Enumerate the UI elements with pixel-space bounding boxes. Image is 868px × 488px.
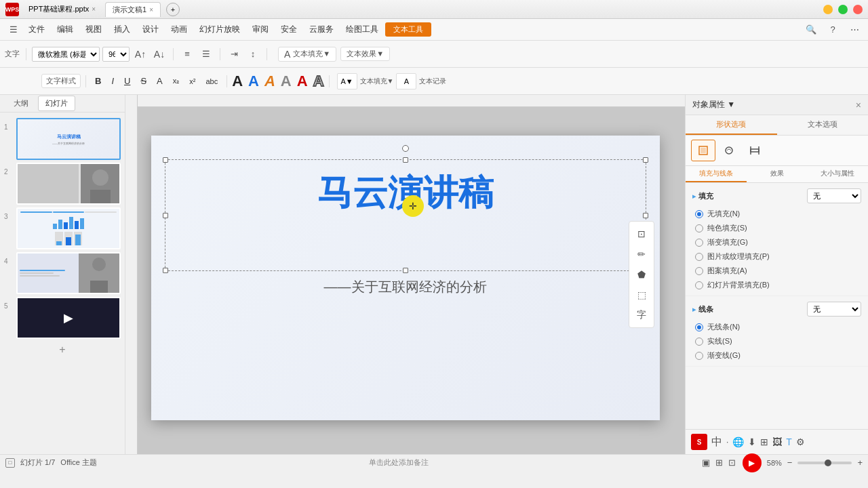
slide-thumb-2[interactable]: 2 — [3, 161, 122, 206]
zoom-in-btn[interactable]: + — [857, 458, 863, 468]
slide-thumb-1[interactable]: 1 马云演讲稿 ——关于互联网经济的分析 — [3, 117, 122, 161]
settings-tool[interactable]: ⚙ — [796, 436, 805, 447]
float-copy-btn[interactable]: ⊡ — [632, 224, 651, 243]
table-tool[interactable]: ⊞ — [760, 436, 768, 447]
format-a-blue[interactable]: A — [248, 74, 259, 89]
underline-btn[interactable]: U — [120, 74, 134, 88]
clear-format-btn[interactable]: abc — [201, 75, 222, 87]
handle-tl[interactable] — [163, 157, 168, 163]
effects-label[interactable]: 效果 — [747, 166, 808, 182]
app-menu-icon[interactable]: ☰ — [5, 22, 22, 38]
menu-security[interactable]: 安全 — [275, 21, 302, 38]
line-spacing[interactable]: ↕ — [245, 46, 261, 62]
float-edit-btn[interactable]: ✏ — [632, 245, 651, 264]
italic-btn[interactable]: I — [107, 74, 118, 88]
outline-tab[interactable]: 大纲 — [7, 96, 35, 110]
slide-bg-option[interactable]: 幻灯片背景填充(B) — [695, 280, 861, 290]
menu-slideshow[interactable]: 幻灯片放映 — [194, 21, 245, 38]
handle-bl[interactable] — [163, 268, 168, 273]
size-label[interactable]: 大小与属性 — [807, 166, 868, 182]
slide-preview-4[interactable] — [16, 252, 121, 294]
font-color-btn[interactable]: A — [153, 74, 167, 88]
pattern-fill-radio[interactable] — [695, 267, 703, 275]
format-a-orange[interactable]: A — [264, 74, 275, 89]
close-btn[interactable] — [853, 5, 863, 14]
handle-tr[interactable] — [643, 157, 648, 163]
no-fill-radio[interactable] — [695, 210, 703, 218]
font-size-decrease[interactable]: A↓ — [151, 46, 167, 62]
handle-tm[interactable] — [403, 157, 408, 163]
menu-edit[interactable]: 编辑 — [52, 21, 79, 38]
no-line-radio[interactable] — [695, 323, 703, 331]
dot-tool[interactable]: · — [726, 437, 728, 447]
fill-line-label[interactable]: 填充与线条 — [686, 166, 747, 182]
subscript-tool[interactable]: 中 — [711, 435, 722, 449]
image-tool[interactable]: 🖼 — [772, 436, 782, 447]
help-btn[interactable]: ? — [825, 22, 841, 38]
float-text-btn[interactable]: 字 — [632, 306, 651, 325]
menu-animation[interactable]: 动画 — [165, 21, 193, 38]
gradient-line-option[interactable]: 渐变线(G) — [695, 350, 861, 361]
outline-view-btn[interactable]: ⊡ — [727, 456, 737, 469]
search-btn[interactable]: 🔍 — [803, 22, 819, 38]
pattern-fill-option[interactable]: 图案填充(A) — [695, 266, 861, 276]
play-btn[interactable]: ▶ — [743, 453, 762, 472]
fill-line-tab[interactable] — [691, 140, 715, 161]
gradient-fill-radio[interactable] — [695, 239, 703, 247]
float-shape-btn[interactable]: ⬟ — [632, 265, 651, 284]
no-fill-option[interactable]: 无填充(N) — [695, 209, 861, 219]
align-icons[interactable]: ≡ — [179, 46, 195, 62]
menu-design[interactable]: 设计 — [137, 21, 164, 38]
menu-draw-tools[interactable]: 绘图工具 — [340, 21, 384, 38]
format-a-gray[interactable]: A — [281, 74, 292, 89]
indent-icons[interactable]: ⇥ — [226, 46, 242, 62]
text-tool-active[interactable]: 文本工具 — [385, 22, 431, 37]
slide-preview-1[interactable]: 马云演讲稿 ——关于互联网经济的分析 — [16, 118, 121, 160]
gradient-line-radio[interactable] — [695, 352, 703, 360]
text-options-tab[interactable]: 文本选项 — [777, 115, 869, 135]
slide-preview-3[interactable] — [16, 207, 121, 249]
solid-fill-option[interactable]: 纯色填充(S) — [695, 223, 861, 233]
strikethrough-btn[interactable]: S — [136, 74, 151, 88]
more-btn[interactable]: ⋯ — [846, 22, 863, 38]
tab-ppt-course-close[interactable]: × — [92, 5, 96, 13]
globe-tool[interactable]: 🌐 — [732, 436, 744, 447]
fill-dropdown[interactable]: 无 — [807, 188, 861, 203]
tab-presentation[interactable]: 演示文稿1 × — [105, 2, 161, 17]
right-panel-close-btn[interactable]: × — [856, 100, 861, 110]
text-record-btn[interactable]: A — [396, 73, 416, 89]
menu-file[interactable]: 文件 — [23, 21, 50, 38]
zoom-slider[interactable] — [797, 462, 852, 464]
normal-view-btn[interactable]: ▣ — [701, 456, 711, 469]
download-tool[interactable]: ⬇ — [748, 436, 756, 447]
zoom-thumb[interactable] — [825, 460, 831, 466]
subscript-btn[interactable]: x₂ — [169, 75, 184, 87]
menu-cloud[interactable]: 云服务 — [304, 21, 339, 38]
shape-options-tab[interactable]: 形状选项 — [686, 115, 777, 135]
effects-tab[interactable] — [717, 140, 741, 161]
superscript-btn[interactable]: x² — [185, 75, 199, 87]
slide-preview-2[interactable] — [16, 163, 121, 205]
tab-presentation-close[interactable]: × — [149, 6, 153, 14]
bold-btn[interactable]: B — [91, 74, 105, 88]
font-size-increase[interactable]: A↑ — [132, 46, 149, 62]
slide-thumb-3[interactable]: 3 — [3, 206, 122, 251]
slide-thumb-5[interactable]: 5 ▶ — [3, 296, 122, 340]
maximize-btn[interactable] — [838, 5, 848, 14]
menu-view[interactable]: 视图 — [80, 21, 107, 38]
picture-fill-option[interactable]: 图片或纹理填充(P) — [695, 251, 861, 262]
gradient-fill-option[interactable]: 渐变填充(G) — [695, 237, 861, 247]
add-slide-btn[interactable]: + — [52, 343, 73, 357]
solid-line-radio[interactable] — [695, 338, 703, 346]
new-tab-btn[interactable]: + — [166, 3, 180, 16]
slide-thumb-4[interactable]: 4 — [3, 251, 122, 296]
slide-bg-radio[interactable] — [695, 281, 703, 289]
picture-fill-radio[interactable] — [695, 253, 703, 261]
rotate-handle[interactable] — [402, 145, 409, 152]
format-a-black[interactable]: A — [232, 74, 243, 89]
list-icons[interactable]: ☰ — [198, 46, 214, 62]
text-fill-btn[interactable]: A▼ — [337, 73, 357, 89]
no-line-option[interactable]: 无线条(N) — [695, 322, 861, 332]
tab-ppt-course[interactable]: PPT基础课程.pptx × — [22, 2, 102, 16]
float-crop-btn[interactable]: ⬚ — [632, 285, 651, 304]
